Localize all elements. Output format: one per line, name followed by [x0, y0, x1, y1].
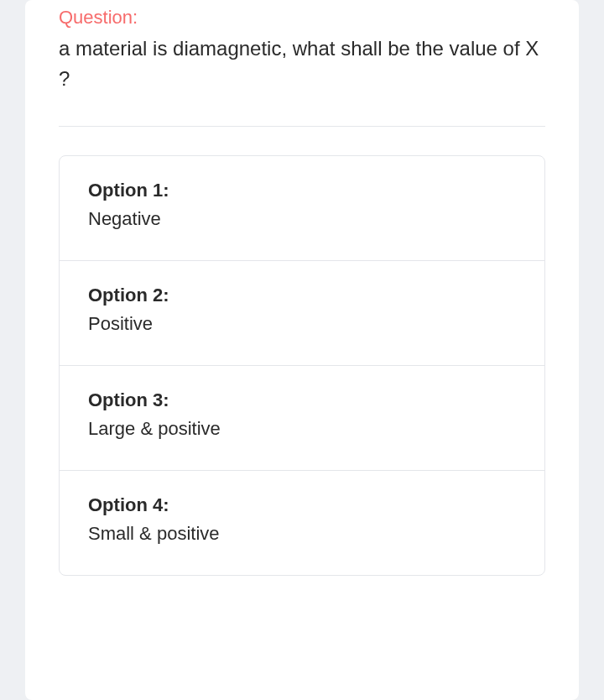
option-value: Positive: [88, 313, 516, 335]
option-value: Negative: [88, 208, 516, 230]
option-2[interactable]: Option 2: Positive: [60, 261, 544, 366]
option-3[interactable]: Option 3: Large & positive: [60, 366, 544, 471]
option-1[interactable]: Option 1: Negative: [60, 156, 544, 261]
question-card: Question: a material is diamagnetic, wha…: [25, 0, 579, 700]
option-label: Option 2:: [88, 285, 516, 306]
option-label: Option 4:: [88, 494, 516, 516]
option-value: Large & positive: [88, 418, 516, 440]
question-label: Question:: [59, 0, 545, 29]
option-label: Option 3:: [88, 389, 516, 411]
question-text: a material is diamagnetic, what shall be…: [59, 34, 545, 94]
option-value: Small & positive: [88, 523, 516, 545]
option-label: Option 1:: [88, 180, 516, 201]
option-4[interactable]: Option 4: Small & positive: [60, 471, 544, 575]
options-container: Option 1: Negative Option 2: Positive Op…: [59, 155, 545, 576]
divider: [59, 126, 545, 127]
